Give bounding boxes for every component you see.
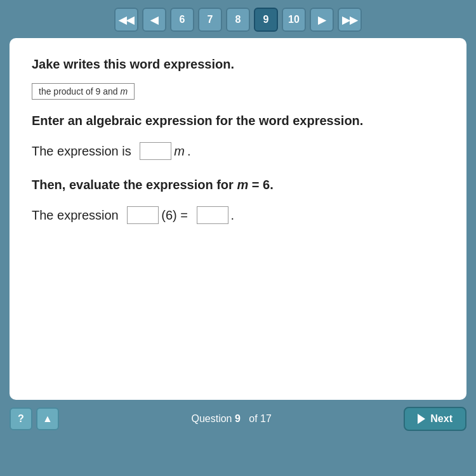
question-of-total: of 17 [249,413,272,424]
expression-input[interactable] [140,142,171,160]
prev-icon: ◀ [150,14,158,26]
fast-forward-button[interactable]: ▶▶ [338,8,362,32]
next-nav-icon: ▶ [318,14,326,26]
evaluate-suffix: . [231,208,235,223]
expression-prefix: The expression is [32,144,131,159]
problem-title: Jake writes this word expression. [32,57,444,72]
question-number: 9 [235,413,241,424]
bottom-bar: ? ▲ Question 9 of 17 Next [0,400,476,438]
rewind-button[interactable]: ◀◀ [114,8,138,32]
question-total [243,413,246,424]
page-7-button[interactable]: 7 [198,8,222,32]
next-button[interactable]: Next [404,407,466,431]
flag-button[interactable]: ▲ [36,407,59,430]
next-arrow-icon [418,414,425,424]
fast-forward-icon: ▶▶ [342,14,357,26]
question-label: Question [191,413,232,424]
evaluate-middle: (6) = [161,208,188,223]
flag-icon: ▲ [43,413,53,425]
evaluate-result-input[interactable] [197,206,228,224]
instruction-text: Enter an algebraic expression for the wo… [32,114,444,128]
evaluate-coefficient-input[interactable] [127,206,159,224]
page-9-button[interactable]: 9 [254,8,278,32]
page-6-button[interactable]: 6 [170,8,194,32]
expression-m-label: m [174,144,185,159]
rewind-icon: ◀◀ [119,14,134,26]
help-icon: ? [18,413,24,425]
page-10-button[interactable]: 10 [282,8,306,32]
next-button-label: Next [430,413,453,425]
question-counter: Question 9 of 17 [191,413,271,425]
word-expression-box: the product of 9 and m [32,83,135,100]
expression-line: The expression is m . [32,142,444,160]
word-expression-text: the product of 9 and m [39,86,128,96]
prev-button[interactable]: ◀ [142,8,166,32]
content-card: Jake writes this word expression. the pr… [10,38,466,400]
help-button[interactable]: ? [10,407,32,430]
next-nav-button[interactable]: ▶ [310,8,334,32]
bottom-left-buttons: ? ▲ [10,407,59,430]
evaluate-line: The expression (6) = . [32,206,444,224]
evaluate-text: Then, evaluate the expression for m = 6. [32,178,444,192]
navigation-bar: ◀◀ ◀ 6 7 8 9 10 ▶ ▶▶ [0,0,476,38]
evaluate-prefix: The expression [32,208,119,223]
page-8-button[interactable]: 8 [226,8,250,32]
